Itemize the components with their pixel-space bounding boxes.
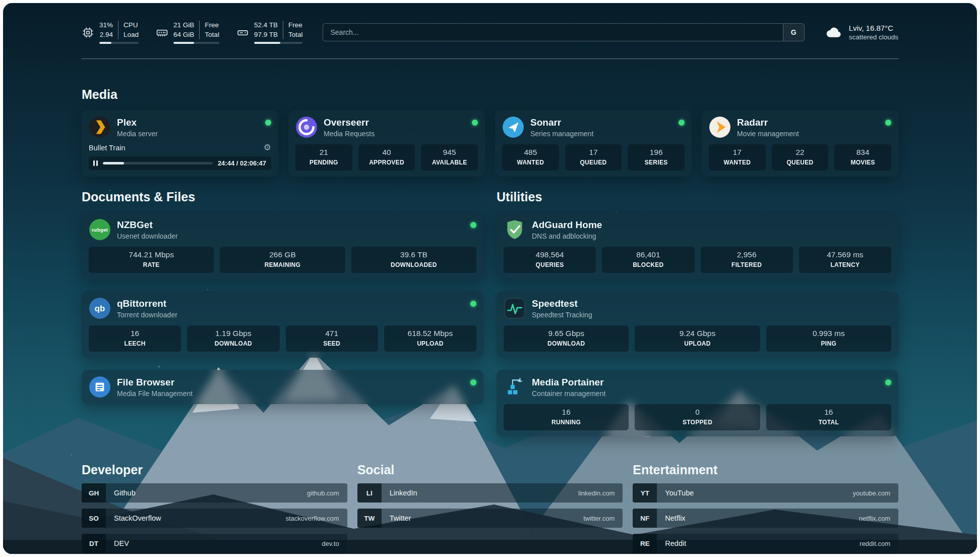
cpu-load-value: 2.94 bbox=[100, 30, 113, 39]
bookmark-name: Netflix bbox=[665, 514, 685, 522]
system-metrics: 31% 2.94 CPU Load bbox=[82, 21, 302, 43]
app-subtitle: Torrent downloader bbox=[117, 311, 177, 319]
social-heading: Social bbox=[357, 463, 623, 477]
bookmark-reddit[interactable]: RE Reddit reddit.com bbox=[633, 534, 898, 553]
ram-total-value: 64 GiB bbox=[173, 30, 194, 39]
portainer-card[interactable]: Media Portainer Container management 16 … bbox=[497, 370, 898, 436]
bookmark-name: Github bbox=[114, 489, 136, 497]
app-name: qBittorrent bbox=[117, 298, 177, 309]
ram-free-label: Free bbox=[205, 21, 219, 30]
ram-icon bbox=[156, 26, 168, 39]
stat-running: 16 RUNNING bbox=[504, 404, 629, 430]
now-playing-title: Bullet Train bbox=[89, 144, 126, 152]
stat-stopped: 0 STOPPED bbox=[635, 404, 760, 430]
bookmark-abbr: SO bbox=[82, 509, 106, 528]
bookmark-abbr: DT bbox=[82, 534, 106, 553]
stat-queued: 22 QUEUED bbox=[772, 144, 829, 171]
bookmark-name: Twitter bbox=[390, 514, 411, 522]
stat-wanted: 485 WANTED bbox=[502, 144, 559, 171]
stat-seed: 471 SEED bbox=[286, 325, 378, 352]
stat-rate: 744.21 Mbps RATE bbox=[89, 247, 214, 273]
disk-total-value: 97.9 TB bbox=[254, 30, 278, 39]
media-section: Media Plex Media server bbox=[82, 87, 898, 177]
app-subtitle: Media server bbox=[117, 130, 158, 138]
disk-progress-bar bbox=[254, 42, 303, 44]
metric-divider bbox=[118, 21, 118, 39]
speedtest-card[interactable]: Speedtest Speedtest Tracking 9.65 Gbps D… bbox=[497, 291, 898, 358]
ram-total-label: Total bbox=[205, 30, 219, 39]
bookmark-abbr: LI bbox=[357, 483, 382, 503]
pause-icon[interactable] bbox=[93, 160, 98, 166]
header-divider bbox=[82, 59, 898, 59]
stat-remaining: 266 GB REMAINING bbox=[220, 247, 345, 273]
bookmark-abbr: YT bbox=[633, 483, 657, 503]
bookmark-name: StackOverflow bbox=[114, 514, 161, 522]
dashboard: 31% 2.94 CPU Load bbox=[3, 3, 977, 554]
metric-divider bbox=[283, 21, 283, 39]
stat-queries: 498,564 QUERIES bbox=[504, 247, 596, 273]
app-subtitle: Usenet downloader bbox=[117, 232, 178, 240]
bookmark-github[interactable]: GH Github github.com bbox=[82, 483, 347, 503]
bookmark-linkedin[interactable]: LI LinkedIn linkedin.com bbox=[357, 483, 623, 503]
bookmark-netflix[interactable]: NF Netflix netflix.com bbox=[633, 509, 898, 528]
qbittorrent-card[interactable]: qb qBittorrent Torrent downloader 16 LEE… bbox=[82, 291, 483, 358]
bookmark-url: dev.to bbox=[322, 540, 339, 547]
app-subtitle: Series management bbox=[530, 130, 593, 138]
disk-total-label: Total bbox=[288, 30, 303, 39]
radarr-card[interactable]: Radarr Movie management 17 WANTED 22 QUE… bbox=[702, 110, 898, 177]
status-dot bbox=[470, 301, 476, 307]
portainer-icon bbox=[504, 376, 526, 398]
stat-upload: 618.52 Mbps UPLOAD bbox=[384, 325, 476, 352]
filebrowser-icon bbox=[89, 376, 111, 398]
search-engine-button[interactable]: G bbox=[783, 24, 804, 41]
app-name: AdGuard Home bbox=[532, 219, 602, 231]
stat-wanted: 17 WANTED bbox=[709, 144, 766, 171]
stat-series: 196 SERIES bbox=[628, 144, 685, 171]
bookmark-dev[interactable]: DT DEV dev.to bbox=[82, 534, 347, 553]
status-dot bbox=[470, 222, 476, 228]
stat-available: 945 AVAILABLE bbox=[421, 144, 478, 171]
cpu-metric: 31% 2.94 CPU Load bbox=[82, 21, 139, 43]
cpu-usage-value: 31% bbox=[99, 21, 113, 30]
svg-text:qb: qb bbox=[95, 304, 105, 313]
bookmark-name: YouTube bbox=[665, 489, 694, 497]
bookmark-twitter[interactable]: TW Twitter twitter.com bbox=[357, 509, 623, 528]
nzbget-card[interactable]: nzbget NZBGet Usenet downloader 744.21 M… bbox=[82, 212, 483, 279]
bookmark-stackoverflow[interactable]: SO StackOverflow stackoverflow.com bbox=[82, 509, 347, 528]
cpu-progress-bar bbox=[99, 42, 139, 44]
status-dot bbox=[265, 120, 271, 126]
media-heading: Media bbox=[82, 87, 898, 102]
app-name: Media Portainer bbox=[532, 377, 605, 388]
cpu-icon bbox=[82, 26, 94, 39]
weather-widget: Lviv, 16.87°C scattered clouds bbox=[825, 23, 898, 41]
utilities-column: Utilities AdGuard Home DNS and adblocki bbox=[497, 190, 898, 436]
app-name: NZBGet bbox=[117, 219, 178, 231]
bookmark-abbr: RE bbox=[633, 534, 657, 553]
playback-progress-fill bbox=[103, 162, 124, 164]
status-dot bbox=[885, 120, 891, 126]
bookmark-abbr: GH bbox=[82, 483, 106, 503]
bookmark-youtube[interactable]: YT YouTube youtube.com bbox=[633, 483, 898, 503]
gear-icon[interactable]: ⚙ bbox=[264, 143, 271, 152]
plex-card[interactable]: Plex Media server Bullet Train ⚙ bbox=[82, 110, 278, 177]
app-subtitle: Container management bbox=[532, 389, 605, 398]
metric-divider bbox=[199, 21, 200, 39]
app-subtitle: Media File Management bbox=[117, 389, 193, 398]
bookmark-name: LinkedIn bbox=[390, 489, 417, 497]
weather-condition: scattered clouds bbox=[849, 33, 898, 41]
stat-approved: 40 APPROVED bbox=[358, 144, 415, 171]
playback-progress-track[interactable] bbox=[103, 162, 213, 164]
filebrowser-card[interactable]: File Browser Media File Management bbox=[82, 370, 483, 404]
app-name: Overseerr bbox=[324, 117, 375, 128]
stat-pending: 21 PENDING bbox=[295, 144, 352, 171]
plex-player-bar: 24:44 / 02:06:47 bbox=[89, 156, 271, 170]
overseerr-card[interactable]: Overseerr Media Requests 21 PENDING 40 A… bbox=[288, 110, 485, 177]
app-subtitle: DNS and adblocking bbox=[532, 232, 602, 240]
speedtest-icon bbox=[504, 297, 526, 319]
search-input[interactable] bbox=[323, 28, 782, 36]
sonarr-card[interactable]: Sonarr Series management 485 WANTED 17 Q… bbox=[495, 110, 692, 177]
social-bookmarks: Social LI LinkedIn linkedin.com TW Twitt… bbox=[357, 463, 623, 553]
adguard-card[interactable]: AdGuard Home DNS and adblocking 498,564 … bbox=[497, 212, 898, 279]
playback-time: 24:44 / 02:06:47 bbox=[218, 159, 266, 167]
bookmark-url: reddit.com bbox=[860, 540, 890, 547]
